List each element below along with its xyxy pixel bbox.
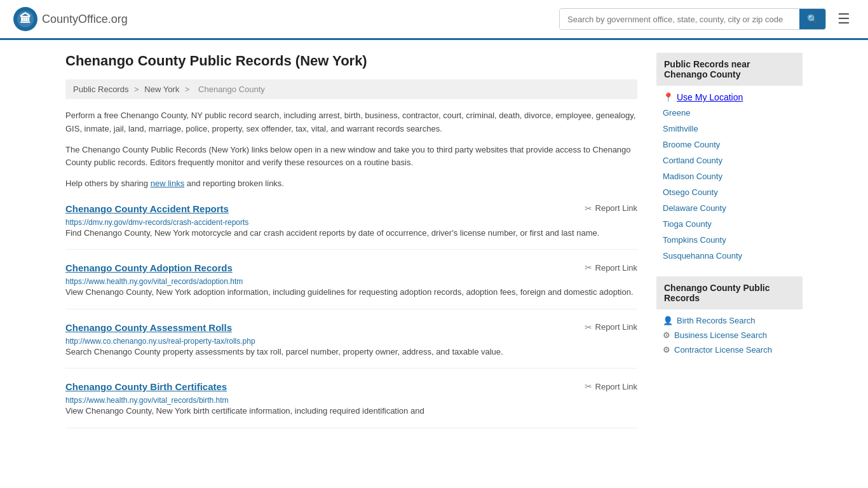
nearby-item: Cortland County [656, 152, 803, 168]
record-url-2[interactable]: http://www.co.chenango.ny.us/real-proper… [65, 337, 255, 346]
header: 🏛 CountyOffice.org 🔍 ☰ [0, 0, 868, 40]
report-link-1[interactable]: ✂ Report Link [585, 262, 637, 273]
logo-text: CountyOffice.org [42, 13, 128, 26]
nearby-link-1[interactable]: Smithville [663, 124, 698, 133]
nearby-link-4[interactable]: Madison County [663, 172, 722, 181]
record-title-0[interactable]: Chenango County Accident Reports [65, 203, 229, 214]
nearby-item: Smithville [656, 121, 803, 137]
use-location-link[interactable]: Use My Location [677, 92, 743, 102]
sidebar-nearby-header: Public Records near Chenango County [656, 53, 803, 86]
record-header: Chenango County Accident Reports ✂ Repor… [65, 203, 637, 214]
nearby-link-6[interactable]: Delaware County [663, 203, 726, 213]
main-container: Chenango County Public Records (New York… [53, 40, 815, 441]
record-url-0[interactable]: https://dmv.ny.gov/dmv-records/crash-acc… [65, 218, 248, 227]
records-link-item: ⚙Contractor License Search [656, 342, 803, 357]
nearby-link-7[interactable]: Tioga County [663, 219, 712, 229]
search-button[interactable]: 🔍 [799, 9, 825, 29]
report-link-label-0: Report Link [595, 203, 637, 213]
record-entry: Chenango County Accident Reports ✂ Repor… [65, 203, 637, 250]
breadcrumb-public-records[interactable]: Public Records [73, 85, 128, 94]
sidebar-nearby-section: Public Records near Chenango County 📍 Us… [656, 53, 803, 264]
description-2: The Chenango County Public Records (New … [65, 144, 637, 170]
sidebar-records-section: Chenango County Public Records 👤Birth Re… [656, 276, 803, 357]
sidebar-records-header: Chenango County Public Records [656, 276, 803, 309]
report-link-0[interactable]: ✂ Report Link [585, 203, 637, 214]
use-my-location[interactable]: 📍 Use My Location [656, 90, 803, 105]
breadcrumb: Public Records > New York > Chenango Cou… [65, 79, 637, 99]
nearby-link-2[interactable]: Broome County [663, 140, 720, 149]
record-link-0[interactable]: Birth Records Search [677, 316, 756, 325]
record-icon-1: ⚙ [663, 330, 670, 340]
records-links-container: 👤Birth Records Search⚙Business License S… [656, 313, 803, 357]
record-desc-2: Search Chenango County property assessme… [65, 346, 637, 358]
nearby-link-9[interactable]: Susquehanna County [663, 251, 742, 261]
report-link-3[interactable]: ✂ Report Link [585, 381, 637, 391]
record-header: Chenango County Assessment Rolls ✂ Repor… [65, 322, 637, 333]
breadcrumb-new-york[interactable]: New York [144, 85, 179, 94]
nearby-items-container: GreeneSmithvilleBroome CountyCortland Co… [656, 105, 803, 264]
pin-icon: 📍 [663, 92, 674, 102]
record-header: Chenango County Birth Certificates ✂ Rep… [65, 381, 637, 392]
logo-icon: 🏛 [13, 6, 38, 32]
nearby-item: Delaware County [656, 200, 803, 216]
record-url-3[interactable]: https://www.health.ny.gov/vital_records/… [65, 396, 229, 405]
record-icon-0: 👤 [663, 316, 673, 325]
records-container: Chenango County Accident Reports ✂ Repor… [65, 203, 637, 428]
report-link-label-3: Report Link [595, 382, 637, 391]
description-1: Perform a free Chenango County, NY publi… [65, 109, 637, 136]
scissors-icon-1: ✂ [585, 262, 592, 273]
report-link-label-2: Report Link [595, 322, 637, 332]
record-desc-3: View Chenango County, New York birth cer… [65, 405, 637, 417]
description-3: Help others by sharing new links and rep… [65, 177, 637, 191]
search-input[interactable] [560, 10, 799, 29]
nearby-item: Tompkins County [656, 232, 803, 248]
record-header: Chenango County Adoption Records ✂ Repor… [65, 262, 637, 273]
menu-icon[interactable]: ☰ [832, 8, 855, 30]
page-title: Chenango County Public Records (New York… [65, 53, 637, 69]
nearby-item: Otsego County [656, 184, 803, 200]
record-title-2[interactable]: Chenango County Assessment Rolls [65, 322, 232, 333]
report-link-label-1: Report Link [595, 263, 637, 273]
records-link-item: 👤Birth Records Search [656, 313, 803, 328]
scissors-icon-0: ✂ [585, 203, 592, 214]
nearby-item: Broome County [656, 137, 803, 152]
search-bar: 🔍 [559, 8, 826, 30]
header-right: 🔍 ☰ [559, 8, 855, 30]
record-title-3[interactable]: Chenango County Birth Certificates [65, 381, 227, 392]
nearby-item: Madison County [656, 168, 803, 184]
record-title-1[interactable]: Chenango County Adoption Records [65, 262, 233, 273]
records-link-item: ⚙Business License Search [656, 328, 803, 342]
scissors-icon-2: ✂ [585, 322, 592, 332]
scissors-icon-3: ✂ [585, 381, 592, 391]
nearby-link-3[interactable]: Cortland County [663, 156, 722, 165]
nearby-item: Greene [656, 105, 803, 121]
record-url-1[interactable]: https://www.health.ny.gov/vital_records/… [65, 277, 243, 286]
record-icon-2: ⚙ [663, 345, 670, 355]
breadcrumb-chenango: Chenango County [198, 85, 265, 94]
sidebar: Public Records near Chenango County 📍 Us… [656, 53, 803, 428]
nearby-item: Susquehanna County [656, 248, 803, 264]
nearby-link-8[interactable]: Tompkins County [663, 235, 726, 245]
logo[interactable]: 🏛 CountyOffice.org [13, 6, 128, 32]
record-entry: Chenango County Birth Certificates ✂ Rep… [65, 381, 637, 428]
record-entry: Chenango County Adoption Records ✂ Repor… [65, 262, 637, 309]
record-link-2[interactable]: Contractor License Search [674, 345, 772, 355]
record-link-1[interactable]: Business License Search [674, 330, 767, 340]
record-desc-0: Find Chenango County, New York motorcycl… [65, 227, 637, 240]
report-link-2[interactable]: ✂ Report Link [585, 322, 637, 332]
record-desc-1: View Chenango County, New York adoption … [65, 286, 637, 299]
record-entry: Chenango County Assessment Rolls ✂ Repor… [65, 322, 637, 369]
nearby-item: Tioga County [656, 216, 803, 232]
svg-text:🏛: 🏛 [20, 12, 31, 25]
new-links[interactable]: new links [151, 179, 184, 188]
content-area: Chenango County Public Records (New York… [65, 53, 637, 428]
nearby-link-5[interactable]: Otsego County [663, 187, 718, 197]
nearby-link-0[interactable]: Greene [663, 108, 690, 118]
